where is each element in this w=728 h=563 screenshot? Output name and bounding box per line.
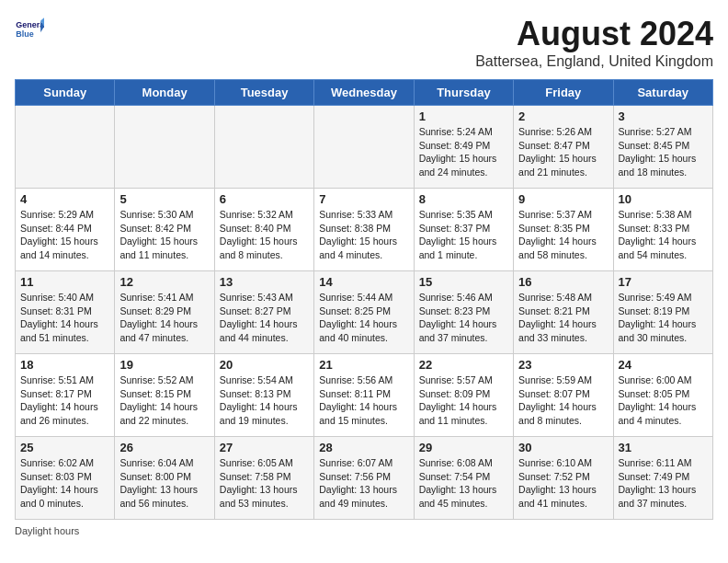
calendar-cell: 19Sunrise: 5:52 AM Sunset: 8:15 PM Dayli…	[115, 354, 214, 437]
day-number: 21	[319, 358, 408, 372]
day-info: Sunrise: 5:52 AM Sunset: 8:15 PM Dayligh…	[119, 373, 209, 428]
day-number: 24	[619, 358, 708, 372]
calendar-cell: 11Sunrise: 5:40 AM Sunset: 8:31 PM Dayli…	[16, 271, 115, 354]
svg-text:General: General	[16, 20, 44, 29]
day-info: Sunrise: 5:46 AM Sunset: 8:23 PM Dayligh…	[419, 291, 508, 345]
calendar-table: SundayMondayTuesdayWednesdayThursdayFrid…	[15, 79, 713, 520]
day-info: Sunrise: 6:07 AM Sunset: 7:56 PM Dayligh…	[319, 456, 408, 511]
day-number: 14	[319, 275, 408, 289]
day-number: 10	[619, 192, 708, 206]
day-number: 28	[319, 441, 408, 454]
day-info: Sunrise: 6:05 AM Sunset: 7:58 PM Dayligh…	[220, 456, 309, 511]
calendar-week-row: 11Sunrise: 5:40 AM Sunset: 8:31 PM Dayli…	[16, 271, 713, 354]
calendar-week-row: 18Sunrise: 5:51 AM Sunset: 8:17 PM Dayli…	[16, 354, 713, 437]
day-number: 27	[220, 441, 309, 454]
day-info: Sunrise: 5:30 AM Sunset: 8:42 PM Dayligh…	[119, 208, 209, 262]
calendar-cell: 3Sunrise: 5:27 AM Sunset: 8:45 PM Daylig…	[613, 106, 712, 189]
day-number: 2	[518, 109, 608, 123]
calendar-cell: 31Sunrise: 6:11 AM Sunset: 7:49 PM Dayli…	[613, 437, 712, 520]
day-info: Sunrise: 5:51 AM Sunset: 8:17 PM Dayligh…	[20, 373, 109, 428]
calendar-cell: 12Sunrise: 5:41 AM Sunset: 8:29 PM Dayli…	[115, 271, 214, 354]
day-number: 4	[20, 192, 109, 206]
day-info: Sunrise: 5:35 AM Sunset: 8:37 PM Dayligh…	[419, 208, 508, 262]
day-info: Sunrise: 5:38 AM Sunset: 8:33 PM Dayligh…	[619, 208, 708, 262]
title-block: August 2024 Battersea, England, United K…	[475, 15, 713, 70]
calendar-day-header: Monday	[115, 80, 214, 106]
day-info: Sunrise: 6:11 AM Sunset: 7:49 PM Dayligh…	[619, 456, 708, 511]
calendar-cell: 2Sunrise: 5:26 AM Sunset: 8:47 PM Daylig…	[514, 106, 613, 189]
day-number: 3	[619, 109, 708, 123]
day-info: Sunrise: 5:32 AM Sunset: 8:40 PM Dayligh…	[220, 208, 309, 262]
day-info: Sunrise: 6:10 AM Sunset: 7:52 PM Dayligh…	[518, 456, 608, 511]
day-number: 19	[119, 358, 209, 372]
calendar-cell: 9Sunrise: 5:37 AM Sunset: 8:35 PM Daylig…	[514, 189, 613, 271]
svg-text:Blue: Blue	[16, 29, 33, 39]
calendar-cell: 14Sunrise: 5:44 AM Sunset: 8:25 PM Dayli…	[314, 271, 414, 354]
calendar-cell	[314, 106, 414, 189]
day-info: Sunrise: 5:54 AM Sunset: 8:13 PM Dayligh…	[220, 373, 309, 428]
calendar-cell: 18Sunrise: 5:51 AM Sunset: 8:17 PM Dayli…	[16, 354, 115, 437]
calendar-cell: 1Sunrise: 5:24 AM Sunset: 8:49 PM Daylig…	[414, 106, 513, 189]
day-info: Sunrise: 5:27 AM Sunset: 8:45 PM Dayligh…	[619, 125, 708, 179]
calendar-cell: 13Sunrise: 5:43 AM Sunset: 8:27 PM Dayli…	[214, 271, 313, 354]
day-info: Sunrise: 5:44 AM Sunset: 8:25 PM Dayligh…	[319, 291, 408, 345]
day-info: Sunrise: 5:41 AM Sunset: 8:29 PM Dayligh…	[119, 291, 209, 345]
day-number: 9	[518, 192, 608, 206]
day-info: Sunrise: 5:37 AM Sunset: 8:35 PM Dayligh…	[518, 208, 608, 262]
day-number: 15	[419, 275, 508, 289]
day-number: 30	[518, 441, 608, 454]
calendar-cell: 7Sunrise: 5:33 AM Sunset: 8:38 PM Daylig…	[314, 189, 414, 271]
calendar-cell: 21Sunrise: 5:56 AM Sunset: 8:11 PM Dayli…	[314, 354, 414, 437]
day-number: 13	[220, 275, 309, 289]
day-number: 16	[518, 275, 608, 289]
day-info: Sunrise: 5:43 AM Sunset: 8:27 PM Dayligh…	[220, 291, 309, 345]
day-number: 12	[119, 275, 209, 289]
day-info: Sunrise: 5:48 AM Sunset: 8:21 PM Dayligh…	[518, 291, 608, 345]
logo: General Blue	[15, 15, 44, 44]
day-number: 31	[619, 441, 708, 454]
daylight-label: Daylight hours	[15, 525, 79, 536]
day-number: 22	[419, 358, 508, 372]
day-info: Sunrise: 5:56 AM Sunset: 8:11 PM Dayligh…	[319, 373, 408, 428]
calendar-day-header: Wednesday	[314, 80, 414, 106]
day-info: Sunrise: 6:00 AM Sunset: 8:05 PM Dayligh…	[619, 373, 708, 428]
calendar-cell: 17Sunrise: 5:49 AM Sunset: 8:19 PM Dayli…	[613, 271, 712, 354]
day-info: Sunrise: 5:33 AM Sunset: 8:38 PM Dayligh…	[319, 208, 408, 262]
day-number: 1	[419, 109, 508, 123]
calendar-cell: 5Sunrise: 5:30 AM Sunset: 8:42 PM Daylig…	[115, 189, 214, 271]
calendar-cell: 29Sunrise: 6:08 AM Sunset: 7:54 PM Dayli…	[414, 437, 513, 520]
calendar-day-header: Tuesday	[214, 80, 313, 106]
logo-icon: General Blue	[15, 15, 44, 44]
day-number: 6	[220, 192, 309, 206]
day-info: Sunrise: 5:26 AM Sunset: 8:47 PM Dayligh…	[518, 125, 608, 179]
calendar-cell: 23Sunrise: 5:59 AM Sunset: 8:07 PM Dayli…	[514, 354, 613, 437]
calendar-cell: 24Sunrise: 6:00 AM Sunset: 8:05 PM Dayli…	[613, 354, 712, 437]
day-number: 23	[518, 358, 608, 372]
day-number: 17	[619, 275, 708, 289]
day-number: 11	[20, 275, 109, 289]
day-number: 5	[119, 192, 209, 206]
day-info: Sunrise: 5:40 AM Sunset: 8:31 PM Dayligh…	[20, 291, 109, 345]
calendar-cell: 15Sunrise: 5:46 AM Sunset: 8:23 PM Dayli…	[414, 271, 513, 354]
calendar-cell: 16Sunrise: 5:48 AM Sunset: 8:21 PM Dayli…	[514, 271, 613, 354]
calendar-day-header: Saturday	[613, 80, 712, 106]
calendar-week-row: 1Sunrise: 5:24 AM Sunset: 8:49 PM Daylig…	[16, 106, 713, 189]
day-number: 26	[119, 441, 209, 454]
calendar-week-row: 4Sunrise: 5:29 AM Sunset: 8:44 PM Daylig…	[16, 189, 713, 271]
page-subtitle: Battersea, England, United Kingdom	[475, 53, 713, 70]
footer-note: Daylight hours	[15, 525, 713, 536]
calendar-week-row: 25Sunrise: 6:02 AM Sunset: 8:03 PM Dayli…	[16, 437, 713, 520]
calendar-cell: 25Sunrise: 6:02 AM Sunset: 8:03 PM Dayli…	[16, 437, 115, 520]
calendar-cell	[115, 106, 214, 189]
calendar-cell: 27Sunrise: 6:05 AM Sunset: 7:58 PM Dayli…	[214, 437, 313, 520]
calendar-cell: 20Sunrise: 5:54 AM Sunset: 8:13 PM Dayli…	[214, 354, 313, 437]
day-info: Sunrise: 6:08 AM Sunset: 7:54 PM Dayligh…	[419, 456, 508, 511]
day-info: Sunrise: 5:49 AM Sunset: 8:19 PM Dayligh…	[619, 291, 708, 345]
calendar-cell: 6Sunrise: 5:32 AM Sunset: 8:40 PM Daylig…	[214, 189, 313, 271]
day-number: 29	[419, 441, 508, 454]
day-number: 18	[20, 358, 109, 372]
day-info: Sunrise: 5:29 AM Sunset: 8:44 PM Dayligh…	[20, 208, 109, 262]
calendar-cell	[16, 106, 115, 189]
calendar-cell	[214, 106, 313, 189]
day-info: Sunrise: 5:59 AM Sunset: 8:07 PM Dayligh…	[518, 373, 608, 428]
